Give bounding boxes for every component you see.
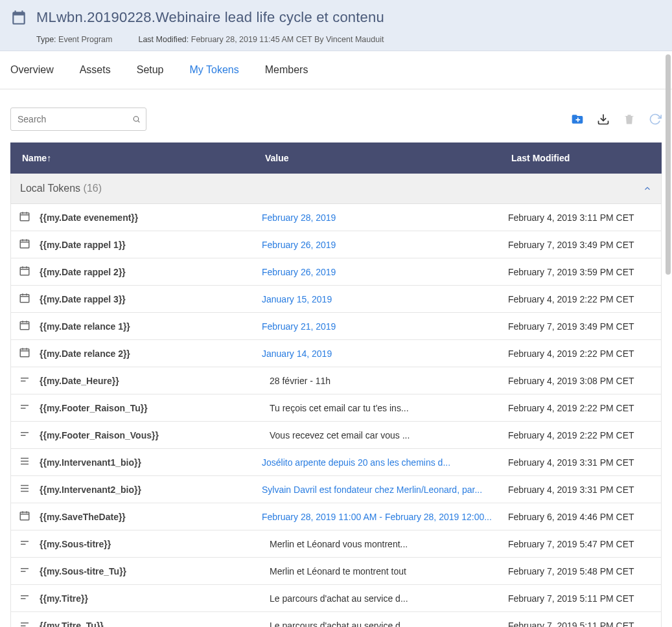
table-row[interactable]: {{my.Date rappel 1}}February 26, 2019Feb… — [10, 231, 662, 258]
table-header: Name↑ Value Last Modified — [10, 142, 662, 174]
token-name: {{my.Date relance 1}} — [40, 321, 130, 332]
token-value[interactable]: February 28, 2019 — [262, 212, 508, 223]
richtext-icon — [19, 483, 30, 496]
token-name: {{my.Titre}} — [40, 593, 88, 604]
scrollbar-thumb[interactable] — [666, 54, 671, 275]
calendar-icon — [19, 319, 30, 333]
token-modified: February 7, 2019 5:11 PM CET — [508, 593, 653, 604]
tab-my-tokens[interactable]: My Tokens — [190, 51, 239, 89]
calendar-icon — [19, 211, 30, 224]
svg-rect-11 — [20, 268, 29, 275]
calendar-icon — [10, 9, 27, 26]
token-modified: February 7, 2019 3:49 PM CET — [508, 321, 653, 332]
token-value: Le parcours d'achat au service d... — [262, 621, 508, 628]
token-value: Merlin et Léonard te montrent tout — [262, 566, 508, 576]
token-value: Merlin et Léonard vous montrent... — [262, 539, 508, 549]
text-icon — [19, 374, 30, 387]
download-icon[interactable] — [597, 113, 610, 126]
token-name: {{my.Date relance 2}} — [40, 348, 130, 359]
token-value[interactable]: January 14, 2019 — [262, 348, 508, 359]
token-name: {{my.Intervenant1_bio}} — [40, 457, 141, 468]
token-name: {{my.Date_Heure}} — [40, 376, 119, 386]
token-value[interactable]: Sylvain Davril est fondateur chez Merlin… — [262, 484, 508, 495]
tab-members[interactable]: Members — [265, 51, 308, 89]
text-icon — [19, 564, 30, 578]
token-modified: February 7, 2019 5:47 PM CET — [508, 539, 653, 549]
token-value[interactable]: February 21, 2019 — [262, 321, 508, 332]
token-value[interactable]: January 15, 2019 — [262, 294, 508, 304]
column-name[interactable]: Name↑ — [22, 153, 265, 163]
column-modified[interactable]: Last Modified — [511, 153, 650, 163]
tab-setup[interactable]: Setup — [137, 51, 164, 89]
text-icon — [19, 537, 30, 551]
refresh-icon[interactable] — [649, 113, 662, 126]
table-row[interactable]: {{my.Date rappel 3}}January 15, 2019Febr… — [10, 286, 662, 313]
calendar-icon — [19, 238, 30, 251]
table-row[interactable]: {{my.Date evenement}}February 28, 2019Fe… — [10, 204, 662, 231]
token-modified: February 4, 2019 3:11 PM CET — [508, 212, 653, 223]
tab-overview[interactable]: Overview — [10, 51, 54, 89]
token-name: {{my.Titre_Tu}} — [40, 621, 104, 628]
column-value[interactable]: Value — [265, 153, 511, 163]
table-row[interactable]: {{my.Intervenant1_bio}}Josélito arpente … — [10, 449, 662, 476]
modified-meta: Last Modified: February 28, 2019 11:45 A… — [138, 35, 384, 44]
calendar-icon — [19, 510, 30, 523]
svg-rect-3 — [20, 213, 29, 221]
svg-rect-19 — [20, 322, 29, 330]
search-box[interactable] — [10, 108, 146, 131]
token-name: {{my.Date rappel 2}} — [40, 267, 126, 277]
token-modified: February 6, 2019 4:46 PM CET — [508, 512, 653, 522]
token-modified: February 7, 2019 5:11 PM CET — [508, 621, 653, 628]
delete-icon[interactable] — [623, 113, 636, 126]
token-modified: February 7, 2019 3:49 PM CET — [508, 240, 653, 250]
svg-rect-23 — [20, 349, 29, 357]
tab-assets[interactable]: Assets — [80, 51, 111, 89]
calendar-icon — [19, 347, 30, 360]
table-row[interactable]: {{my.Sous-titre_Tu}}Merlin et Léonard te… — [10, 558, 662, 585]
table-row[interactable]: {{my.Date rappel 2}}February 26, 2019Feb… — [10, 258, 662, 286]
token-value[interactable]: Josélito arpente depuis 20 ans les chemi… — [262, 457, 508, 468]
calendar-icon — [19, 292, 30, 306]
text-icon — [19, 401, 30, 415]
token-modified: February 4, 2019 2:22 PM CET — [508, 294, 653, 304]
svg-point-0 — [133, 117, 139, 122]
svg-rect-7 — [20, 240, 29, 248]
tab-bar: OverviewAssetsSetupMy TokensMembers — [0, 51, 672, 89]
token-modified: February 4, 2019 3:31 PM CET — [508, 484, 653, 495]
token-value: Le parcours d'achat au service d... — [262, 593, 508, 604]
table-row[interactable]: {{my.Footer_Raison_Tu}}Tu reçois cet ema… — [10, 394, 662, 422]
table-row[interactable]: {{my.Date_Heure}}28 février - 11hFebruar… — [10, 367, 662, 394]
token-value: Tu reçois cet email car tu t'es ins... — [262, 403, 508, 413]
token-value: Vous recevez cet email car vous ... — [262, 430, 508, 440]
text-icon — [19, 591, 30, 605]
token-modified: February 4, 2019 3:08 PM CET — [508, 376, 653, 386]
collapse-icon[interactable] — [643, 184, 652, 193]
add-folder-icon[interactable] — [571, 113, 584, 126]
table-row[interactable]: {{my.SaveTheDate}}February 28, 2019 11:0… — [10, 503, 662, 530]
token-modified: February 7, 2019 5:48 PM CET — [508, 566, 653, 576]
table-row[interactable]: {{my.Titre_Tu}}Le parcours d'achat au se… — [10, 612, 662, 627]
token-value[interactable]: February 28, 2019 11:00 AM - February 28… — [262, 512, 508, 522]
table-row[interactable]: {{my.Sous-titre}}Merlin et Léonard vous … — [10, 530, 662, 558]
token-modified: February 7, 2019 3:59 PM CET — [508, 267, 653, 277]
table-row[interactable]: {{my.Intervenant2_bio}}Sylvain Davril es… — [10, 476, 662, 503]
text-icon — [19, 619, 30, 627]
token-name: {{my.Footer_Raison_Tu}} — [40, 403, 148, 413]
table-row[interactable]: {{my.Titre}}Le parcours d'achat au servi… — [10, 585, 662, 612]
token-name: {{my.Footer_Raison_Vous}} — [40, 430, 159, 440]
table-row[interactable]: {{my.Footer_Raison_Vous}}Vous recevez ce… — [10, 422, 662, 449]
table-row[interactable]: {{my.Date relance 2}}January 14, 2019Feb… — [10, 340, 662, 367]
table-row[interactable]: {{my.Date relance 1}}February 21, 2019Fe… — [10, 313, 662, 340]
token-name: {{my.Date evenement}} — [40, 212, 138, 223]
svg-rect-15 — [20, 295, 29, 302]
token-value[interactable]: February 26, 2019 — [262, 240, 508, 250]
type-meta: Type: Event Program — [36, 35, 112, 44]
token-value[interactable]: February 26, 2019 — [262, 267, 508, 277]
group-header[interactable]: Local Tokens (16) — [10, 174, 662, 204]
page-title: MLwbn.20190228.Webinaire lead life cycle… — [36, 9, 384, 26]
token-modified: February 4, 2019 3:31 PM CET — [508, 457, 653, 468]
svg-rect-39 — [20, 512, 29, 520]
token-modified: February 4, 2019 2:22 PM CET — [508, 430, 653, 440]
svg-line-1 — [138, 121, 139, 122]
search-input[interactable] — [16, 113, 132, 125]
